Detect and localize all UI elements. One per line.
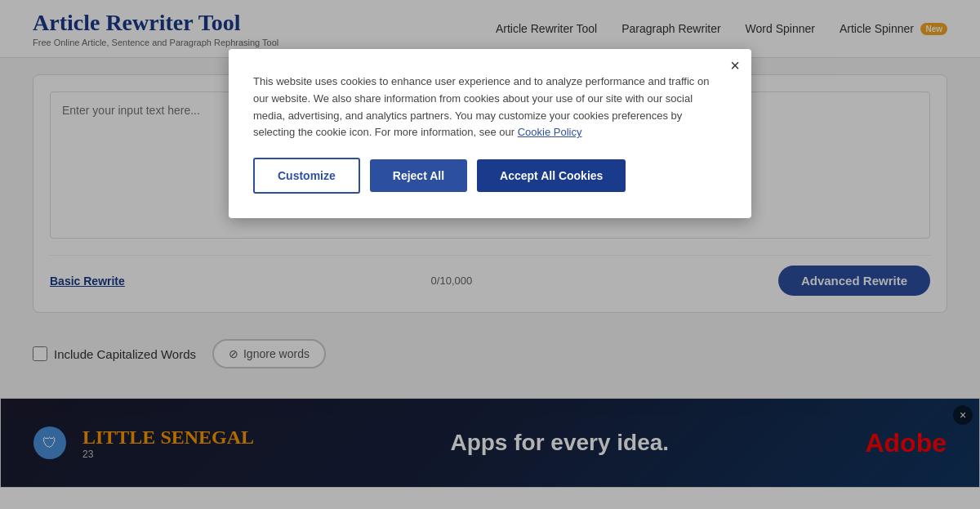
cookie-buttons: Customize Reject All Accept All Cookies	[253, 158, 727, 194]
reject-all-button[interactable]: Reject All	[370, 159, 467, 192]
cookie-overlay: × This website uses cookies to enhance u…	[0, 0, 980, 509]
cookie-policy-link[interactable]: Cookie Policy	[518, 126, 582, 138]
cookie-banner: × This website uses cookies to enhance u…	[229, 49, 751, 218]
cookie-text: This website uses cookies to enhance use…	[253, 74, 727, 141]
customize-button[interactable]: Customize	[253, 158, 360, 194]
cookie-close-button[interactable]: ×	[730, 57, 740, 74]
accept-all-cookies-button[interactable]: Accept All Cookies	[477, 159, 626, 192]
